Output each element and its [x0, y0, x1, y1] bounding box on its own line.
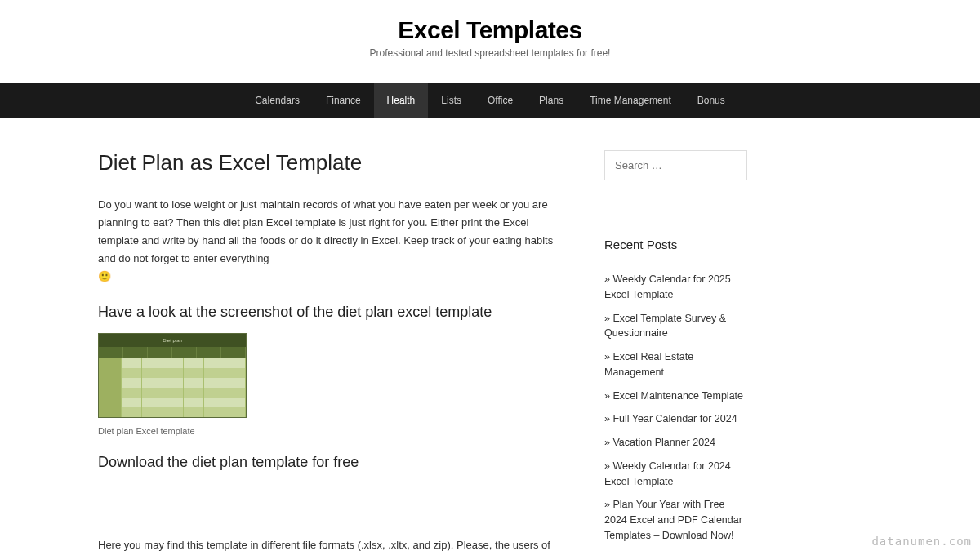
nav-item-plans[interactable]: Plans: [526, 83, 577, 118]
nav-item-bonus[interactable]: Bonus: [684, 83, 738, 118]
nav-item-lists[interactable]: Lists: [428, 83, 474, 118]
main-nav: CalendarsFinanceHealthListsOfficePlansTi…: [0, 83, 980, 118]
recent-post-link[interactable]: Weekly Calendar for 2025 Excel Template: [604, 272, 747, 303]
recent-posts-list: Weekly Calendar for 2025 Excel TemplateE…: [604, 272, 747, 544]
recent-post-link[interactable]: Excel Template Survey & Questionnaire: [604, 311, 747, 342]
recent-post-link[interactable]: Full Year Calendar for 2024: [604, 411, 747, 427]
recent-post-link[interactable]: Excel Maintenance Template: [604, 389, 747, 404]
recent-post-link[interactable]: Vacation Planner 2024: [604, 435, 747, 451]
site-title: Excel Templates: [0, 16, 980, 44]
post-intro: Do you want to lose weight or just maint…: [98, 196, 555, 286]
diet-plan-screenshot[interactable]: Diet plan: [98, 333, 247, 418]
download-text: Here you may find this template in diffe…: [98, 536, 555, 551]
recent-posts-title: Recent Posts: [604, 238, 747, 251]
site-tagline: Professional and tested spreadsheet temp…: [0, 47, 980, 59]
screenshot-header: Diet plan: [99, 334, 246, 347]
sidebar: Recent Posts Weekly Calendar for 2025 Ex…: [604, 150, 747, 551]
main-content: Diet Plan as Excel Template Do you want …: [98, 150, 555, 551]
nav-item-health[interactable]: Health: [374, 83, 429, 118]
watermark: datanumen.com: [871, 535, 972, 548]
screenshot-heading: Have a look at the screenshot of the die…: [98, 304, 555, 321]
recent-post-link[interactable]: Plan Your Year with Free 2024 Excel and …: [604, 497, 747, 543]
search-input[interactable]: [604, 150, 747, 180]
nav-item-time-management[interactable]: Time Management: [577, 83, 684, 118]
download-heading: Download the diet plan template for free: [98, 454, 555, 471]
recent-post-link[interactable]: Excel Real Estate Management: [604, 349, 747, 380]
post-title: Diet Plan as Excel Template: [98, 150, 555, 176]
screenshot-caption: Diet plan Excel template: [98, 426, 555, 436]
nav-item-calendars[interactable]: Calendars: [242, 83, 313, 118]
nav-item-finance[interactable]: Finance: [313, 83, 374, 118]
nav-item-office[interactable]: Office: [474, 83, 526, 118]
recent-post-link[interactable]: Weekly Calendar for 2024 Excel Template: [604, 459, 747, 490]
smile-emoji: 🙂: [98, 270, 111, 282]
